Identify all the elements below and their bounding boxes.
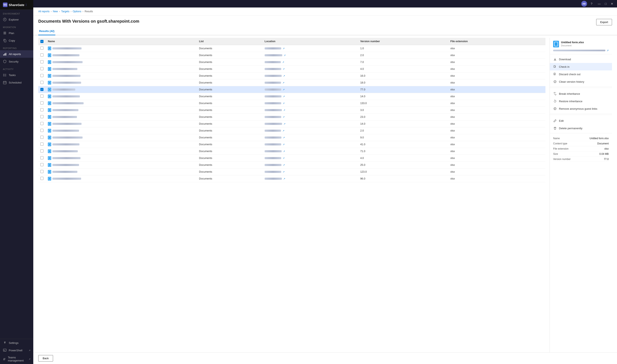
table-row[interactable]: Documents ↗ 96.0 xlsx xyxy=(38,175,546,182)
table-row[interactable]: Documents ↗ 23.0 xlsx xyxy=(38,113,546,120)
table-row[interactable]: Documents ↗ 25.0 xlsx xyxy=(38,161,546,168)
row-checkbox-cell[interactable] xyxy=(38,120,46,127)
action-break-inheritance[interactable]: Break inheritance xyxy=(550,90,612,97)
location-link-icon[interactable]: ↗ xyxy=(282,61,284,63)
row-checkbox-cell[interactable] xyxy=(38,175,46,182)
action-clean-version[interactable]: Clean version history xyxy=(550,78,612,85)
close-button[interactable]: ✕ xyxy=(609,1,615,6)
location-link-icon[interactable]: ↗ xyxy=(283,130,284,132)
location-link-icon[interactable]: ↗ xyxy=(284,123,285,125)
table-row[interactable]: Documents ↗ 41.0 xlsx xyxy=(38,141,546,148)
sidebar-item-explorer[interactable]: Explorer xyxy=(0,16,33,23)
row-checkbox[interactable] xyxy=(40,163,43,166)
table-row[interactable]: Documents ↗ 2.0 xlsx xyxy=(38,52,546,59)
help-button[interactable]: ? xyxy=(589,1,594,7)
sidebar-item-teams[interactable]: Teams management ↗ xyxy=(0,354,33,364)
row-checkbox[interactable] xyxy=(40,122,43,125)
row-checkbox[interactable] xyxy=(40,143,43,146)
location-link-icon[interactable]: ↗ xyxy=(283,116,285,118)
breadcrumb-options[interactable]: Options xyxy=(73,10,81,13)
sidebar-item-powershell[interactable]: PowerShell ↗ xyxy=(0,347,33,354)
sidebar-item-plan[interactable]: Plan xyxy=(0,29,33,37)
row-checkbox-cell[interactable] xyxy=(38,113,46,120)
location-link-icon[interactable]: ↗ xyxy=(283,47,285,50)
row-checkbox[interactable] xyxy=(40,67,43,70)
table-row[interactable]: Documents ↗ 9.0 xlsx xyxy=(38,134,546,141)
row-checkbox[interactable] xyxy=(40,129,43,132)
table-row[interactable]: Documents ↗ 16.0 xlsx xyxy=(38,72,546,79)
sidebar-item-all-reports[interactable]: All reports xyxy=(0,50,33,58)
breadcrumb-all-reports[interactable]: All reports xyxy=(38,10,50,13)
row-checkbox[interactable] xyxy=(40,115,43,118)
table-row[interactable]: Documents ↗ 2.0 xlsx xyxy=(38,127,546,134)
action-discard-checkout[interactable]: Discard check out xyxy=(550,70,612,78)
location-link-icon[interactable]: ↗ xyxy=(283,102,285,104)
location-link-icon[interactable]: ↗ xyxy=(284,54,286,56)
table-row[interactable]: Documents ↗ 1.0 xlsx xyxy=(38,45,546,52)
row-checkbox-cell[interactable] xyxy=(38,52,46,59)
row-checkbox[interactable] xyxy=(40,88,43,91)
row-checkbox[interactable] xyxy=(40,53,43,56)
sidebar-item-copy[interactable]: Copy xyxy=(0,37,33,44)
row-checkbox[interactable] xyxy=(40,101,43,104)
row-checkbox-cell[interactable] xyxy=(38,168,46,175)
action-edit[interactable]: Edit xyxy=(550,117,612,124)
table-row[interactable]: Documents ↗ 4.0 xlsx xyxy=(38,65,546,72)
row-checkbox-cell[interactable] xyxy=(38,59,46,65)
minimize-button[interactable]: — xyxy=(596,1,603,6)
action-check-in[interactable]: Check in xyxy=(550,63,612,70)
row-checkbox-cell[interactable] xyxy=(38,72,46,79)
row-checkbox-cell[interactable] xyxy=(38,161,46,168)
location-link-icon[interactable]: ↗ xyxy=(283,143,285,146)
row-checkbox[interactable] xyxy=(40,170,43,173)
action-download[interactable]: Download xyxy=(550,55,612,63)
table-row[interactable]: Documents ↗ 71.0 xlsx xyxy=(38,148,546,155)
row-checkbox-cell[interactable] xyxy=(38,86,46,93)
row-checkbox-cell[interactable] xyxy=(38,148,46,155)
row-checkbox-cell[interactable] xyxy=(38,141,46,148)
table-row[interactable]: Documents ↗ 77.0 xlsx xyxy=(38,86,546,93)
rp-external-link-icon[interactable]: ↗ xyxy=(607,49,609,52)
tab-results[interactable]: Results (42) xyxy=(38,28,55,35)
row-checkbox[interactable] xyxy=(40,74,43,77)
location-link-icon[interactable]: ↗ xyxy=(283,88,285,91)
header-checkbox-cell[interactable] xyxy=(38,38,46,45)
row-checkbox-cell[interactable] xyxy=(38,107,46,113)
location-link-icon[interactable]: ↗ xyxy=(283,150,285,153)
breadcrumb-targets[interactable]: Targets xyxy=(61,10,69,13)
location-link-icon[interactable]: ↗ xyxy=(283,109,285,111)
sidebar-item-scheduled[interactable]: Scheduled xyxy=(0,79,33,86)
row-checkbox[interactable] xyxy=(40,108,43,111)
breadcrumb-new[interactable]: New xyxy=(53,10,58,13)
row-checkbox[interactable] xyxy=(40,81,43,84)
action-delete[interactable]: Delete permanently xyxy=(550,124,612,132)
location-link-icon[interactable]: ↗ xyxy=(283,136,285,139)
table-row[interactable]: Documents ↗ 14.0 xlsx xyxy=(38,93,546,100)
row-checkbox-cell[interactable] xyxy=(38,79,46,86)
table-row[interactable]: Documents ↗ 133.0 xlsx xyxy=(38,100,546,107)
row-checkbox[interactable] xyxy=(40,149,43,153)
action-restore-inheritance[interactable]: Restore inheritance xyxy=(550,97,612,105)
sidebar-item-security[interactable]: Security xyxy=(0,58,33,65)
location-link-icon[interactable]: ↗ xyxy=(283,81,284,84)
row-checkbox-cell[interactable] xyxy=(38,45,46,52)
table-row[interactable]: Documents ↗ 7.0 xlsx xyxy=(38,59,546,65)
row-checkbox-cell[interactable] xyxy=(38,155,46,161)
row-checkbox[interactable] xyxy=(40,156,43,159)
action-remove-anon-links[interactable]: Remove anonymous guest links xyxy=(550,105,612,112)
row-checkbox[interactable] xyxy=(40,60,43,63)
row-checkbox-cell[interactable] xyxy=(38,93,46,100)
table-row[interactable]: Documents ↗ 4.0 xlsx xyxy=(38,155,546,161)
row-checkbox[interactable] xyxy=(40,177,43,180)
location-link-icon[interactable]: ↗ xyxy=(283,164,285,166)
table-row[interactable]: Documents ↗ 14.0 xlsx xyxy=(38,120,546,127)
location-link-icon[interactable]: ↗ xyxy=(283,68,285,70)
location-link-icon[interactable]: ↗ xyxy=(283,75,285,77)
row-checkbox[interactable] xyxy=(40,136,43,139)
export-button[interactable]: Export xyxy=(596,19,612,25)
user-avatar[interactable]: AB xyxy=(581,1,587,7)
row-checkbox-cell[interactable] xyxy=(38,65,46,72)
maximize-button[interactable]: □ xyxy=(603,1,608,6)
table-row[interactable]: Documents ↗ 123.0 xlsx xyxy=(38,168,546,175)
location-link-icon[interactable]: ↗ xyxy=(283,95,285,98)
